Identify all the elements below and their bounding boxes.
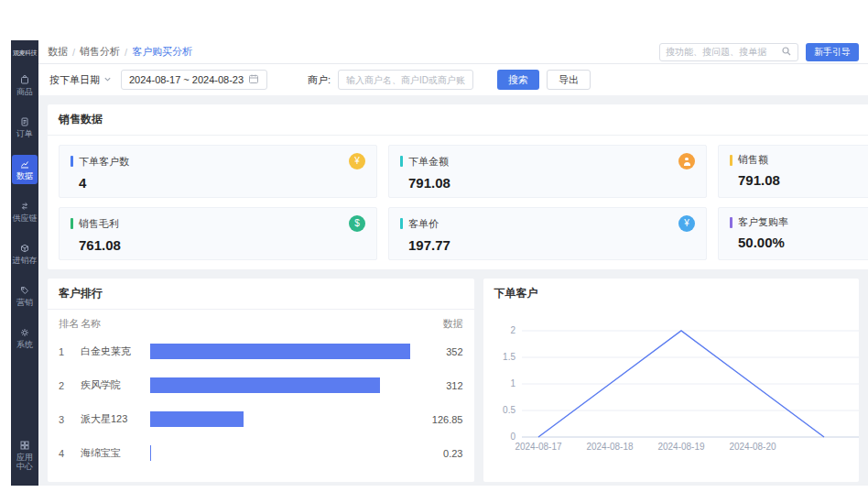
main-area: 数据 / 销售分析 / 客户购买分析 新手引导 按下单日期 2024-08-17…: [38, 40, 868, 486]
price-circle-icon: ¥: [678, 215, 695, 232]
calendar-icon: [248, 73, 259, 86]
user-circle-icon: [678, 153, 695, 169]
sidebar-item-inventory[interactable]: 进销存: [12, 239, 38, 268]
sidebar-item-label: 应用中心: [16, 453, 34, 471]
global-search-input[interactable]: [666, 47, 781, 57]
sidebar: 观麦科技 商品 订单 数据 供应链 进销存 营销 系统: [11, 40, 38, 486]
metric-label: 销售毛利: [79, 217, 119, 231]
search-button[interactable]: 搜索: [497, 70, 539, 90]
metric-value: 197.77: [408, 237, 695, 253]
breadcrumb-item[interactable]: 数据: [48, 45, 68, 59]
sidebar-item-orders[interactable]: 订单: [12, 113, 38, 142]
sidebar-item-supply-chain[interactable]: 供应链: [12, 197, 38, 226]
y-axis-tick-label: 0.5: [503, 405, 515, 415]
sidebar-item-system[interactable]: 系统: [12, 323, 38, 353]
y-axis-tick-label: 2: [510, 325, 515, 335]
metric-label: 下单金额: [408, 155, 449, 169]
metric-tile-avg-order-value: 客单价¥ 197.77: [388, 207, 707, 260]
ranking-bar: [150, 344, 410, 359]
breadcrumb-separator: /: [125, 47, 127, 58]
name-cell: 派大星123: [81, 412, 150, 426]
metric-tile-order-amount: 下单金额 791.08: [388, 145, 707, 198]
breadcrumb-item[interactable]: 销售分析: [80, 45, 120, 59]
name-cell: 白金史莱克: [81, 344, 150, 358]
metric-tile-gross-profit: 销售毛利$ 761.08: [59, 207, 377, 260]
merchant-search-input[interactable]: [338, 70, 473, 90]
gear-icon: [19, 327, 30, 338]
card-title: 客户排行: [48, 279, 474, 310]
metric-value: 791.08: [738, 172, 868, 188]
table-row: 1 白金史莱克 352: [48, 334, 474, 368]
column-header-name: 名称: [81, 317, 150, 331]
metric-tile-repurchase-rate: 客户复购率 50.00%: [718, 207, 868, 260]
sidebar-item-label: 供应链: [13, 213, 38, 223]
y-axis-tick-label: 1: [510, 378, 515, 388]
card-title: 销售数据: [48, 104, 868, 136]
chevron-down-icon: [103, 74, 112, 85]
bar-track: [150, 344, 410, 359]
x-axis-tick-label: 2024-08-18: [586, 442, 634, 452]
breadcrumb-separator: /: [72, 47, 75, 58]
yen-circle-icon: ¥: [349, 153, 365, 169]
global-search-box[interactable]: [659, 43, 798, 61]
sidebar-item-label: 数据: [16, 171, 33, 180]
metric-value: 791.08: [408, 175, 695, 191]
metric-accent: [730, 217, 732, 228]
sidebar-item-data[interactable]: 数据: [12, 155, 38, 184]
metric-accent: [400, 156, 403, 167]
filter-bar: 按下单日期 2024-08-17 ~ 2024-08-23 商户: 搜索 导出: [38, 64, 868, 95]
x-axis-tick-label: 2024-08-17: [515, 442, 562, 452]
ranking-table-header: 排名 名称 数据: [48, 310, 474, 334]
metric-label: 客户复购率: [738, 215, 788, 229]
app-window: 观麦科技 商品 订单 数据 供应链 进销存 营销 系统: [11, 40, 868, 486]
orders-icon: [19, 116, 30, 127]
ranking-bar: [150, 411, 244, 427]
sidebar-item-marketing[interactable]: 营销: [12, 281, 38, 311]
bar-track: [150, 445, 410, 461]
sidebar-item-goods[interactable]: 商品: [12, 71, 38, 100]
value-cell: 126.85: [410, 414, 463, 425]
newbie-guide-button[interactable]: 新手引导: [806, 43, 859, 61]
column-header-value: 数据: [443, 317, 463, 331]
metric-accent: [400, 218, 403, 229]
sales-data-card: 销售数据 下单客户数¥ 4 下单金额 791.08 销售额 791.08: [48, 104, 868, 269]
supply-chain-icon: [19, 201, 30, 212]
money-circle-icon: $: [349, 215, 365, 232]
metric-value: 761.08: [79, 237, 365, 253]
metric-label: 下单客户数: [79, 155, 129, 169]
date-range-value: 2024-08-17 ~ 2024-08-23: [129, 74, 244, 85]
search-icon[interactable]: [781, 46, 792, 59]
bar-track: [150, 411, 410, 427]
order-customers-line-chart: 00.511.522024-08-172024-08-182024-08-192…: [494, 311, 860, 454]
sidebar-item-label: 营销: [16, 298, 33, 307]
metric-value: 50.00%: [738, 235, 868, 250]
value-cell: 0.23: [410, 448, 463, 459]
sidebar-item-app-center[interactable]: 应用中心: [12, 436, 38, 475]
rank-cell: 2: [59, 380, 81, 391]
date-type-select[interactable]: 按下单日期: [48, 73, 114, 87]
date-type-label: 按下单日期: [49, 73, 100, 87]
goods-icon: [19, 74, 30, 85]
app-grid-icon: [19, 440, 30, 451]
table-row: 4 海绵宝宝 0.23: [48, 436, 474, 470]
y-axis-tick-label: 1.5: [503, 352, 515, 362]
content-area: 销售数据 下单客户数¥ 4 下单金额 791.08 销售额 791.08: [38, 95, 868, 486]
name-cell: 海绵宝宝: [81, 446, 150, 460]
column-header-rank: 排名: [59, 317, 81, 331]
value-cell: 352: [410, 346, 463, 357]
name-cell: 疾风学院: [81, 378, 150, 392]
metric-accent: [71, 218, 73, 229]
ranking-bar: [150, 377, 380, 393]
export-button[interactable]: 导出: [547, 70, 591, 90]
breadcrumb-current[interactable]: 客户购买分析: [132, 45, 192, 59]
metric-accent: [730, 155, 732, 166]
order-customers-card: 下单客户 00.511.522024-08-172024-08-182024-0…: [483, 279, 860, 482]
sidebar-item-label: 商品: [16, 87, 33, 96]
y-axis-tick-label: 0: [510, 432, 515, 442]
date-range-input[interactable]: 2024-08-17 ~ 2024-08-23: [121, 70, 267, 90]
rank-cell: 4: [59, 448, 81, 459]
rank-cell: 3: [59, 414, 81, 425]
inventory-icon: [19, 243, 30, 254]
sidebar-item-label: 进销存: [13, 256, 38, 265]
metrics-grid: 下单客户数¥ 4 下单金额 791.08 销售额 791.08 销售毛利$ 76…: [48, 136, 868, 269]
